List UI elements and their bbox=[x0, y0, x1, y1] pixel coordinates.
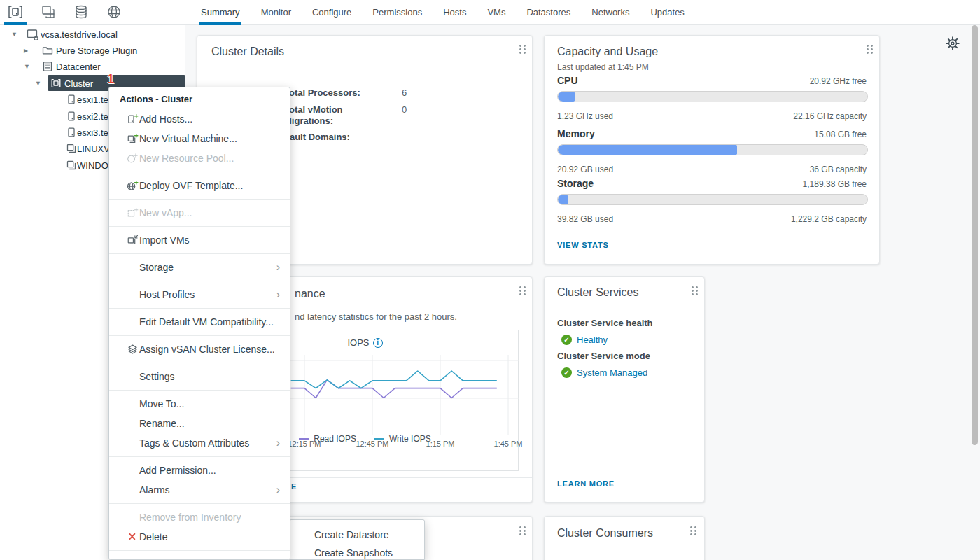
services-footer-divider bbox=[545, 470, 704, 470]
menu-item-edit-default-vm-compatibility[interactable]: Edit Default VM Compatibility... bbox=[109, 312, 290, 332]
menu-item-label: Move To... bbox=[139, 398, 184, 410]
tab-summary[interactable]: Summary bbox=[201, 0, 240, 24]
menu-item-storage[interactable]: Storage› bbox=[109, 258, 290, 277]
learn-more-link[interactable]: LEARN MORE bbox=[557, 479, 615, 488]
menu-item-label: Import VMs bbox=[139, 234, 190, 246]
menu-item-label: Tags & Custom Attributes bbox=[139, 438, 249, 449]
dashboard-settings-gear-icon[interactable] bbox=[944, 35, 961, 52]
chevron-down-icon[interactable]: ▼ bbox=[24, 63, 30, 70]
detail-value: 0 bbox=[402, 104, 407, 115]
menu-item-label: Assign vSAN Cluster License... bbox=[139, 344, 275, 355]
chevron-down-icon[interactable]: ▼ bbox=[11, 31, 18, 38]
menu-item-vsan[interactable]: vSAN› bbox=[109, 554, 290, 560]
menu-item-add-permission[interactable]: Add Permission... bbox=[109, 461, 290, 480]
menu-group: vSAN› bbox=[109, 550, 290, 560]
drag-handle-icon[interactable] bbox=[518, 44, 527, 57]
view-stats-link[interactable]: VIEW STATS bbox=[557, 241, 609, 249]
meter-free-value: 15.08 GB free bbox=[814, 130, 867, 139]
submenu-item-create-snapshots[interactable]: Create Snapshots bbox=[290, 544, 424, 560]
tree-item-vcsa-testdrive-local[interactable]: ▼vcsa.testdrive.local bbox=[0, 26, 186, 42]
inventory-switcher bbox=[0, 0, 185, 24]
menu-item-new-resource-pool: New Resource Pool... bbox=[109, 148, 290, 168]
menu-item-new-virtual-machine[interactable]: New Virtual Machine... bbox=[109, 129, 290, 148]
menu-item-import-vms[interactable]: Import VMs bbox=[109, 230, 290, 250]
submenu-chevron-icon: › bbox=[276, 484, 280, 496]
tab-hosts[interactable]: Hosts bbox=[443, 0, 466, 24]
performance-title-fragment: nance bbox=[295, 288, 326, 300]
vms-and-templates-icon[interactable] bbox=[40, 4, 57, 20]
usage-bar-fill bbox=[558, 195, 568, 204]
performance-subtitle-fragment: nd latency statistics for the past 2 hou… bbox=[295, 312, 457, 322]
menu-item-assign-vsan-cluster-license[interactable]: Assign vSAN Cluster License... bbox=[109, 340, 290, 359]
info-icon[interactable]: i bbox=[373, 338, 383, 348]
tab-permissions[interactable]: Permissions bbox=[372, 0, 422, 24]
usage-bar-fill bbox=[558, 145, 737, 155]
tree-item-label: esxi2.te bbox=[77, 111, 108, 121]
menu-item-move-to[interactable]: Move To... bbox=[109, 394, 290, 414]
cluster-services-title: Cluster Services bbox=[557, 286, 638, 299]
step-annotation-badge: 1 bbox=[107, 72, 114, 87]
drag-handle-icon[interactable] bbox=[518, 526, 527, 539]
drag-handle-icon[interactable] bbox=[689, 526, 698, 539]
cluster-consumers-card: Cluster Consumers bbox=[544, 516, 705, 560]
cluster-actions-context-menu: Actions - Cluster Add Hosts...New Virtua… bbox=[108, 87, 290, 560]
menu-item-label: Add Hosts... bbox=[139, 113, 192, 125]
performance-footer-link-fragment[interactable]: E bbox=[291, 482, 297, 491]
menu-item-tags-custom-attributes[interactable]: Tags & Custom Attributes› bbox=[109, 433, 290, 453]
tab-datastores[interactable]: Datastores bbox=[526, 0, 570, 24]
detail-label: Fault Domains: bbox=[284, 132, 389, 143]
vcenter-icon bbox=[27, 29, 38, 40]
drag-handle-icon[interactable] bbox=[690, 286, 699, 299]
tree-item-pure-storage-plugin[interactable]: ▶Pure Storage Plugin bbox=[0, 42, 186, 58]
hosts-and-clusters-icon[interactable] bbox=[7, 4, 24, 20]
x-axis-tick-label: 12:45 PM bbox=[350, 440, 395, 448]
delete-icon bbox=[127, 531, 139, 542]
scrollbar-thumb[interactable] bbox=[972, 25, 978, 445]
mode-status-link[interactable]: System Managed bbox=[577, 368, 648, 378]
resource-pool-icon bbox=[127, 153, 139, 164]
submenu-item-create-datastore[interactable]: Create Datastore bbox=[290, 526, 424, 544]
menu-item-label: New Virtual Machine... bbox=[139, 133, 237, 144]
menu-item-icon-spacer bbox=[127, 371, 139, 382]
menu-group: New vApp... bbox=[109, 199, 290, 226]
drag-handle-icon[interactable] bbox=[865, 44, 874, 57]
menu-item-deploy-ovf-template[interactable]: Deploy OVF Template... bbox=[109, 176, 290, 195]
menu-item-icon-spacer bbox=[127, 316, 139, 328]
vm-icon bbox=[66, 160, 77, 171]
chevron-right-icon[interactable]: ▶ bbox=[24, 47, 28, 53]
menu-item-icon-spacer bbox=[127, 398, 139, 410]
menu-item-rename[interactable]: Rename... bbox=[109, 414, 290, 433]
menu-item-label: Rename... bbox=[139, 418, 185, 429]
menu-item-label: Storage bbox=[139, 262, 174, 273]
tree-item-label: Pure Storage Plugin bbox=[56, 45, 137, 55]
tab-updates[interactable]: Updates bbox=[650, 0, 684, 24]
vertical-scrollbar[interactable] bbox=[970, 25, 979, 560]
menu-item-label: New vApp... bbox=[139, 207, 192, 218]
meter-name: Storage bbox=[557, 178, 594, 189]
menu-item-host-profiles[interactable]: Host Profiles› bbox=[109, 285, 290, 304]
menu-group: Host Profiles› bbox=[109, 281, 290, 308]
tab-networks[interactable]: Networks bbox=[592, 0, 629, 24]
detail-value: 6 bbox=[402, 88, 407, 98]
storage-icon[interactable] bbox=[73, 4, 90, 20]
tree-item-datacenter[interactable]: ▼Datacenter bbox=[0, 59, 186, 75]
host-plus-icon bbox=[127, 113, 139, 125]
health-status-link[interactable]: Healthy bbox=[577, 335, 608, 345]
meter-name: CPU bbox=[557, 75, 578, 86]
tab-configure[interactable]: Configure bbox=[312, 0, 351, 24]
menu-item-settings[interactable]: Settings bbox=[109, 367, 290, 386]
tab-monitor[interactable]: Monitor bbox=[261, 0, 291, 24]
menu-item-alarms[interactable]: Alarms› bbox=[109, 480, 290, 500]
menu-item-add-hosts[interactable]: Add Hosts... bbox=[109, 109, 290, 129]
menu-group: Settings bbox=[109, 363, 290, 390]
cluster-service-health-label: Cluster Service health bbox=[557, 318, 653, 328]
chevron-down-icon[interactable]: ▼ bbox=[35, 80, 41, 87]
drag-handle-icon[interactable] bbox=[518, 286, 527, 299]
cluster-details-title: Cluster Details bbox=[211, 46, 284, 58]
networking-icon[interactable] bbox=[106, 4, 122, 20]
tab-vms[interactable]: VMs bbox=[487, 0, 505, 24]
menu-group: Import VMs bbox=[109, 226, 290, 253]
meter-used-value: 1.23 GHz used bbox=[557, 111, 613, 121]
menu-item-label: Remove from Inventory bbox=[139, 512, 241, 523]
menu-item-delete[interactable]: Delete bbox=[109, 527, 290, 547]
